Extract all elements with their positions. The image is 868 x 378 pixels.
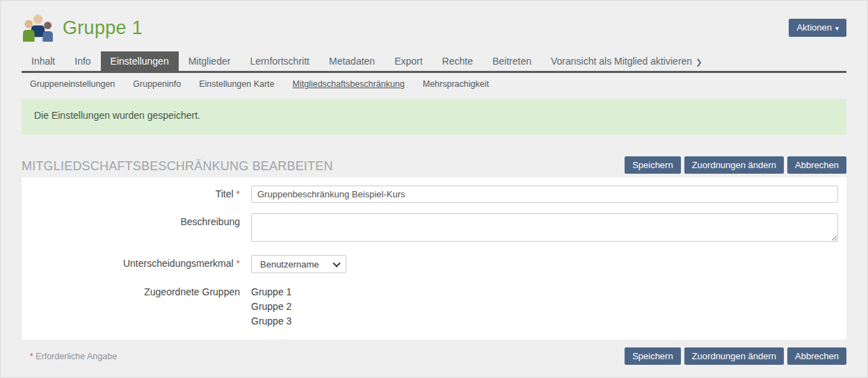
tab-info[interactable]: Info — [65, 51, 100, 71]
assigned-groups-label: Zugeordnete Gruppen — [22, 284, 251, 329]
form-row-assigned-groups: Zugeordnete Gruppen Gruppe 1 Gruppe 2 Gr… — [22, 284, 838, 329]
assigned-group-item: Gruppe 3 — [251, 314, 838, 329]
tab-einstellungen[interactable]: Einstellungen — [101, 51, 179, 71]
subtab-einstellungen-karte[interactable]: Einstellungen Karte — [199, 79, 274, 89]
membership-restriction-form: Titel * Beschreibung Unterscheidungsmerk… — [22, 177, 846, 340]
top-button-group: Speichern Zuordnungen ändern Abbrechen — [625, 156, 846, 174]
form-row-distinction: Unterscheidungsmerkmal * Benutzername — [22, 255, 838, 273]
page-header: Gruppe 1 Aktionen▾ — [22, 1, 846, 42]
save-button-bottom[interactable]: Speichern — [625, 347, 681, 365]
tab-export[interactable]: Export — [385, 51, 432, 71]
tab-voransicht-als-mitglied[interactable]: Voransicht als Mitglied aktivieren❯ — [541, 51, 712, 71]
assigned-group-item: Gruppe 1 — [251, 285, 838, 299]
tab-lernfortschritt[interactable]: Lernfortschritt — [240, 51, 319, 71]
section-title: MITGLIEDSCHAFTSBESCHRÄNKUNG BEARBEITEN — [22, 159, 333, 174]
save-button[interactable]: Speichern — [625, 156, 681, 174]
tab-mitglieder[interactable]: Mitglieder — [179, 51, 241, 71]
form-row-description: Beschreibung — [22, 213, 838, 245]
actions-button[interactable]: Aktionen▾ — [789, 19, 846, 37]
description-label: Beschreibung — [22, 213, 251, 245]
form-row-title: Titel * — [22, 186, 838, 203]
page: Gruppe 1 Aktionen▾ Inhalt Info Einstellu… — [0, 0, 868, 378]
tab-voransicht-label: Voransicht als Mitglied aktivieren — [551, 56, 692, 67]
distinction-label: Unterscheidungsmerkmal * — [22, 255, 251, 273]
bottom-button-group: Speichern Zuordnungen ändern Abbrechen — [625, 347, 846, 365]
cancel-button[interactable]: Abbrechen — [787, 156, 846, 174]
page-title: Gruppe 1 — [63, 17, 789, 39]
group-icon — [22, 14, 54, 42]
distinction-select[interactable]: Benutzername — [251, 255, 346, 273]
subtab-mehrsprachigkeit[interactable]: Mehrsprachigkeit — [423, 79, 489, 89]
actions-button-label: Aktionen — [796, 22, 832, 33]
tab-metadaten[interactable]: Metadaten — [319, 51, 385, 71]
required-note: * Erforderliche Angabe — [22, 352, 117, 361]
subtab-gruppeneinstellungen[interactable]: Gruppeneinstellungen — [30, 79, 115, 89]
section-header: MITGLIEDSCHAFTSBESCHRÄNKUNG BEARBEITEN S… — [22, 156, 846, 174]
assigned-groups-list: Gruppe 1 Gruppe 2 Gruppe 3 — [251, 284, 838, 329]
required-asterisk: * — [236, 258, 240, 269]
tab-rechte[interactable]: Rechte — [433, 51, 483, 71]
chevron-right-icon: ❯ — [696, 58, 702, 66]
caret-down-icon: ▾ — [835, 24, 839, 32]
success-alert: Die Einstellungen wurden gespeichert. — [22, 99, 846, 135]
tab-beitreten[interactable]: Beitreten — [483, 51, 541, 71]
subtab-gruppeninfo[interactable]: Gruppeninfo — [133, 79, 181, 89]
required-asterisk: * — [236, 188, 240, 199]
title-label: Titel * — [22, 186, 251, 203]
assigned-group-item: Gruppe 2 — [251, 299, 838, 314]
tab-bar: Inhalt Info Einstellungen Mitglieder Ler… — [22, 51, 846, 73]
form-footer: * Erforderliche Angabe Speichern Zuordnu… — [22, 347, 846, 365]
tab-inhalt[interactable]: Inhalt — [22, 51, 65, 71]
change-assignments-button[interactable]: Zuordnungen ändern — [684, 156, 784, 174]
subtab-bar: Gruppeneinstellungen Gruppeninfo Einstel… — [22, 79, 846, 89]
description-textarea[interactable] — [251, 213, 838, 242]
title-input[interactable] — [251, 186, 838, 203]
cancel-button-bottom[interactable]: Abbrechen — [787, 347, 846, 365]
subtab-mitgliedschaftsbeschraenkung[interactable]: Mitgliedschaftsbeschränkung — [293, 79, 405, 89]
required-asterisk: * — [30, 352, 33, 361]
change-assignments-button-bottom[interactable]: Zuordnungen ändern — [684, 347, 784, 365]
